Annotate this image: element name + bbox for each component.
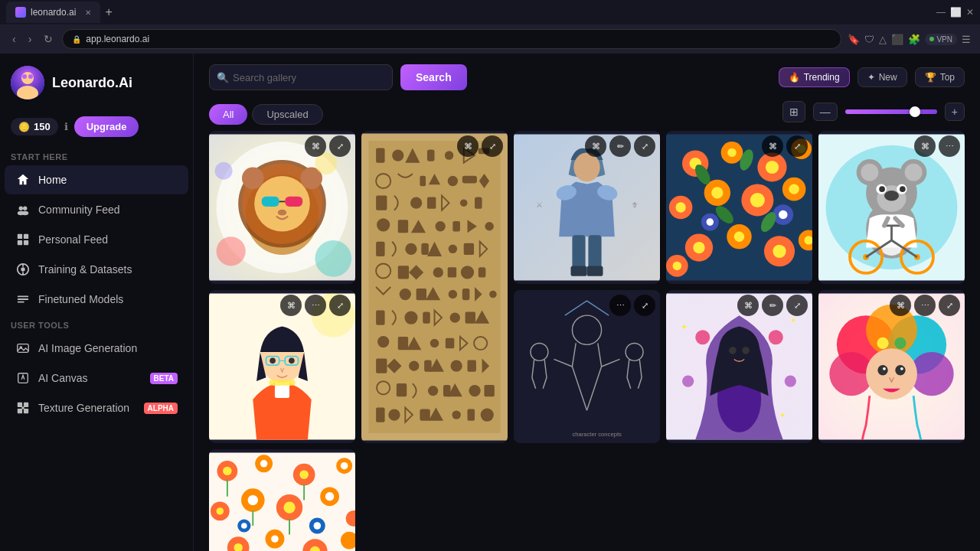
back-button[interactable]: ‹ (9, 31, 19, 47)
card-2-remix-button[interactable]: ⌘ (457, 135, 479, 157)
card-1-remix-button[interactable]: ⌘ (305, 135, 326, 157)
zoom-in-button[interactable]: + (945, 103, 965, 121)
image-card-6[interactable]: ⌘ ⋯ ⤢ (209, 290, 355, 443)
new-icon: ✦ (867, 72, 875, 83)
sidebar-toggle-button[interactable]: ⬛ (891, 34, 903, 45)
sidebar-item-ai-canvas[interactable]: AI Canvas BETA (5, 364, 188, 393)
image-card-9[interactable]: ⌘ ⋯ ⤢ (818, 290, 965, 443)
top-label: Top (940, 72, 955, 83)
card-4-expand-button[interactable]: ⤢ (786, 135, 808, 157)
image-card-4[interactable]: ⌘ ⤢ (666, 131, 812, 284)
card-5-remix-button[interactable]: ⌘ (914, 135, 936, 157)
search-input[interactable] (209, 64, 393, 90)
card-9-expand-button[interactable]: ⤢ (939, 295, 960, 316)
svg-point-121 (766, 161, 779, 174)
card-9-remix-button[interactable]: ⌘ (890, 295, 911, 316)
filter-upscaled-button[interactable]: Upscaled (252, 104, 322, 125)
card-7-expand-button[interactable]: ⤢ (634, 295, 655, 316)
svg-point-57 (377, 218, 390, 231)
alpha-badge: ALPHA (144, 403, 178, 414)
svg-rect-56 (475, 197, 482, 209)
card-6-menu-button[interactable]: ⋯ (305, 295, 326, 316)
forward-button[interactable]: › (25, 31, 35, 47)
sort-trending-button[interactable]: 🔥 Trending (779, 67, 850, 87)
upgrade-button[interactable]: Upgrade (74, 116, 139, 137)
svg-text:✦: ✦ (681, 322, 688, 331)
grid-view-button[interactable]: ⊞ (782, 101, 805, 122)
sidebar-item-finetuned[interactable]: Finetuned Models (5, 285, 188, 314)
card-4-remix-button[interactable]: ⌘ (762, 135, 783, 157)
sidebar-item-texture[interactable]: Texture Generation ALPHA (5, 393, 188, 422)
card-7-menu-button[interactable]: ⋯ (609, 295, 631, 316)
card-6-remix-button[interactable]: ⌘ (280, 295, 302, 316)
tab-close-button[interactable]: ✕ (85, 8, 91, 17)
zoom-out-button[interactable]: — (813, 103, 838, 121)
search-button[interactable]: Search (400, 64, 467, 90)
svg-point-145 (779, 210, 787, 219)
sidebar-item-training[interactable]: Training & Datasets (5, 255, 188, 284)
window-control-close[interactable]: ✕ (966, 7, 974, 18)
extensions-button[interactable]: 🧩 (908, 34, 920, 45)
sidebar-item-community-feed[interactable]: Community Feed (5, 195, 188, 224)
image-grid: ⌘ ⤢ (194, 131, 980, 551)
card-3-remix-button[interactable]: ⌘ (585, 135, 606, 157)
image-card-5[interactable]: ⌘ ⋯ (818, 131, 965, 284)
sort-new-button[interactable]: ✦ New (858, 67, 907, 87)
new-tab-button[interactable]: + (105, 5, 112, 19)
image-card-2[interactable]: ⌘ ⤢ (361, 131, 508, 443)
vpn-badge[interactable]: VPN (925, 34, 957, 45)
sort-top-button[interactable]: 🏆 Top (915, 67, 965, 87)
card-5-menu-button[interactable]: ⋯ (939, 135, 960, 157)
svg-rect-54 (427, 197, 436, 209)
card-6-expand-button[interactable]: ⤢ (329, 295, 351, 316)
address-bar[interactable]: 🔒 app.leonardo.ai (62, 29, 841, 49)
card-3-expand-button[interactable]: ⤢ (634, 135, 655, 157)
window-control-minimize[interactable]: — (936, 7, 946, 18)
svg-point-40 (215, 162, 233, 180)
shield-button[interactable]: 🛡 (864, 34, 874, 45)
image-card-7[interactable]: character concepts ⋯ ⤢ (514, 290, 660, 443)
card-2-expand-button[interactable]: ⤢ (482, 135, 503, 157)
image-card-3[interactable]: ⚔ 🗡 ⌘ ✏ ⤢ (514, 131, 660, 284)
reload-button[interactable]: ↻ (41, 31, 56, 47)
bookmark-button[interactable]: 🔖 (848, 34, 860, 45)
svg-point-219 (260, 460, 268, 468)
sidebar-item-personal-feed[interactable]: Personal Feed (5, 225, 188, 254)
browser-tab[interactable]: leonardo.ai ✕ (6, 2, 100, 23)
card-1-expand-button[interactable]: ⤢ (329, 135, 351, 157)
training-label: Training & Datasets (38, 263, 178, 276)
svg-point-211 (883, 367, 886, 370)
sidebar-item-ai-image[interactable]: AI Image Generation (5, 334, 188, 363)
card-8-expand-button[interactable]: ⤢ (786, 295, 808, 316)
image-card-10[interactable] (209, 449, 355, 551)
svg-point-223 (341, 462, 348, 470)
top-bar: 🔍 Search 🔥 Trending ✦ New 🏆 Top (194, 54, 980, 98)
svg-point-34 (278, 210, 286, 216)
image-card-1[interactable]: ⌘ ⤢ (209, 131, 355, 284)
section-user-tools: User Tools (0, 315, 193, 333)
window-control-maximize[interactable]: ⬜ (950, 7, 962, 18)
menu-button[interactable]: ☰ (962, 34, 971, 45)
svg-point-59 (435, 221, 445, 231)
card-8-remix-button[interactable]: ⌘ (737, 295, 759, 316)
svg-rect-20 (18, 403, 22, 407)
sidebar-item-home[interactable]: Home (5, 165, 188, 194)
svg-rect-72 (479, 267, 486, 277)
svg-point-229 (283, 501, 295, 513)
finetuned-label: Finetuned Models (38, 293, 178, 305)
card-9-menu-button[interactable]: ⋯ (914, 295, 936, 316)
svg-rect-12 (24, 240, 28, 245)
card-8-edit-button[interactable]: ✏ (762, 295, 783, 316)
card-3-edit-button[interactable]: ✏ (609, 135, 631, 157)
zoom-thumb (910, 106, 920, 117)
svg-point-135 (734, 232, 744, 242)
svg-point-77 (489, 291, 497, 298)
image-card-8[interactable]: ✦ ✦ ✦ ⌘ ✏ ⤢ (666, 290, 812, 443)
zoom-slider[interactable] (845, 109, 937, 114)
brave-button[interactable]: △ (879, 34, 887, 45)
training-icon (15, 262, 31, 277)
credits-info-button[interactable]: ℹ (64, 121, 68, 132)
filter-all-button[interactable]: All (209, 104, 247, 125)
svg-rect-22 (18, 409, 22, 413)
svg-point-127 (711, 187, 723, 198)
